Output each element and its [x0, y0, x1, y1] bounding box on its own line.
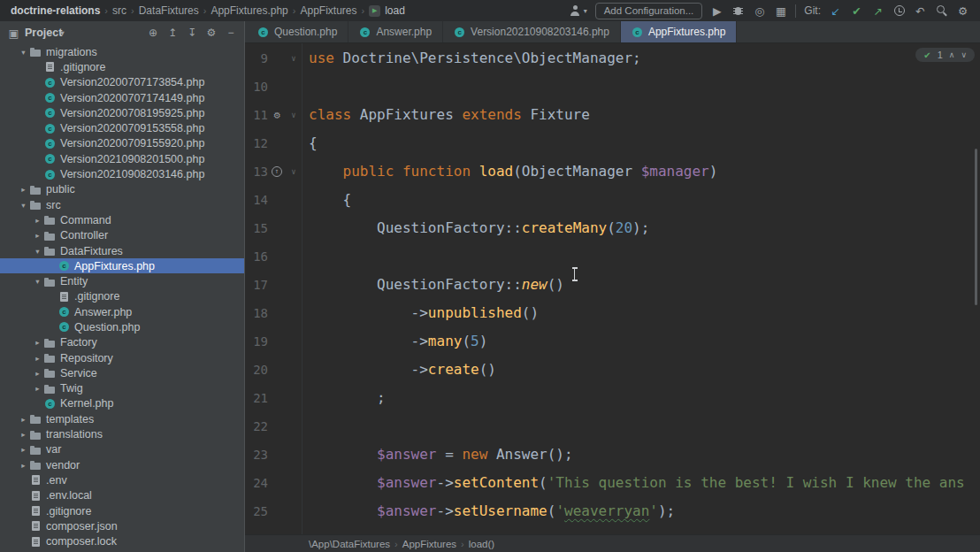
tree-item[interactable]: ▾Entity [0, 273, 244, 288]
code-line[interactable]: 23 $answer = new Answer(); [245, 441, 980, 469]
tree-item[interactable]: Version20200707174149.php [0, 90, 244, 105]
code-line[interactable]: 10 [245, 73, 980, 101]
line-number[interactable]: 19 [245, 327, 268, 356]
tree-item[interactable]: Version20210908203146.php [0, 166, 244, 181]
tree-item[interactable]: Version20200707173854.php [0, 75, 244, 90]
tree-item[interactable]: ▸Twig [0, 381, 244, 396]
tree-item[interactable]: .gitignore [0, 59, 244, 74]
breadcrumb-item[interactable]: DataFixtures [137, 4, 201, 17]
tree-item[interactable]: composer.lock [0, 534, 244, 549]
code-line[interactable]: 12{ [245, 129, 980, 157]
tree-chevron-icon[interactable]: ▾ [18, 201, 29, 210]
code-line[interactable]: 16 [245, 242, 980, 271]
class-settings-gutter-icon[interactable]: ⚙ [268, 101, 286, 129]
tree-item[interactable]: AppFixtures.php [0, 258, 244, 273]
code-line[interactable]: 22 [245, 412, 980, 441]
breadcrumb-item[interactable]: AppFixtures [298, 4, 358, 17]
tree-item[interactable]: ▸vendor [0, 457, 244, 472]
editor-tab[interactable]: Question.php [247, 21, 348, 42]
tree-item[interactable]: ▸Command [0, 212, 244, 227]
scrollbar-thumb[interactable] [975, 149, 977, 305]
line-number[interactable]: 23 [245, 441, 268, 469]
add-configuration-button[interactable]: Add Configuration... [595, 3, 703, 19]
tree-item[interactable]: ▸Service [0, 365, 244, 380]
editor-tab[interactable]: AppFixtures.php [621, 21, 737, 42]
line-number[interactable]: 18 [245, 299, 268, 327]
code-line[interactable]: 18 ->unpublished() [245, 299, 980, 327]
editor-tab[interactable]: Version20210908203146.php [443, 21, 621, 42]
breadcrumb-item[interactable]: AppFixtures.php [209, 4, 289, 17]
line-number[interactable]: 11 [245, 101, 268, 129]
run-icon[interactable]: ▶ [710, 4, 724, 18]
code-editor[interactable]: 9∨use Doctrine\Persistence\ObjectManager… [245, 43, 980, 534]
line-number[interactable]: 22 [245, 412, 268, 441]
tree-item[interactable]: .env.local [0, 488, 244, 503]
tree-chevron-icon[interactable]: ▸ [32, 369, 43, 378]
tree-item[interactable]: ▾migrations [0, 44, 244, 59]
project-view-selector[interactable]: Project ▾ [25, 27, 64, 39]
code-line[interactable]: 11⚙∨class AppFixtures extends Fixture [245, 101, 980, 129]
tree-chevron-icon[interactable]: ▾ [18, 48, 29, 57]
prev-problem-button[interactable]: ∧ [949, 50, 955, 59]
tree-item[interactable]: ▸templates [0, 411, 244, 426]
tree-chevron-icon[interactable]: ▸ [18, 445, 29, 454]
collapse-all-icon[interactable]: ↧ [186, 27, 198, 40]
run-configuration[interactable]: ▶load [369, 4, 405, 17]
locate-file-icon[interactable]: ⊕ [147, 27, 159, 40]
fold-marker[interactable]: ∨ [286, 157, 302, 186]
tree-item[interactable]: ▸var [0, 442, 244, 457]
breadcrumb-item[interactable]: src [111, 4, 128, 17]
history-clock-icon[interactable] [892, 4, 906, 18]
tree-chevron-icon[interactable]: ▸ [18, 415, 29, 424]
tree-chevron-icon[interactable]: ▾ [32, 247, 43, 256]
git-push-icon[interactable]: ↗ [871, 4, 884, 18]
line-number[interactable]: 14 [245, 186, 268, 214]
settings-gear-icon[interactable]: ⚙ [205, 27, 218, 40]
line-number[interactable]: 15 [245, 214, 268, 242]
tree-chevron-icon[interactable]: ▸ [18, 461, 29, 470]
tree-item[interactable]: Kernel.php [0, 396, 244, 411]
tree-item[interactable]: ▸translations [0, 426, 244, 441]
line-number[interactable]: 17 [245, 271, 268, 299]
tree-chevron-icon[interactable]: ▸ [32, 216, 43, 225]
code-line[interactable]: 20 ->create() [245, 356, 980, 384]
code-line[interactable]: 19 ->many(5) [245, 327, 980, 356]
line-number[interactable]: 16 [245, 242, 268, 271]
expand-icon[interactable]: ↥ [166, 27, 179, 40]
tree-item[interactable]: ▾src [0, 197, 244, 212]
code-line[interactable]: 14 { [245, 186, 980, 214]
line-number[interactable]: 13 [245, 157, 268, 186]
breadcrumb-item[interactable]: \App\DataFixtures [307, 539, 392, 549]
tree-chevron-icon[interactable]: ▸ [32, 354, 43, 363]
line-number[interactable]: 20 [245, 356, 268, 384]
tree-item[interactable]: composer.json [0, 518, 244, 533]
code-line[interactable]: 17 QuestionFactory::new() [245, 271, 980, 299]
tree-chevron-icon[interactable]: ▾ [32, 277, 43, 286]
line-number[interactable]: 9 [245, 44, 268, 73]
undo-icon[interactable]: ↶ [914, 4, 927, 18]
line-number[interactable]: 21 [245, 384, 268, 412]
tree-item[interactable]: ▾DataFixtures [0, 243, 244, 258]
tree-chevron-icon[interactable]: ▸ [32, 384, 43, 393]
code-line[interactable]: 9∨use Doctrine\Persistence\ObjectManager… [245, 44, 980, 73]
tree-item[interactable]: Question.php [0, 319, 244, 334]
coverage-icon[interactable]: ◎ [753, 4, 766, 18]
project-tool-window-icon[interactable]: ▣ [7, 27, 20, 40]
tree-item[interactable]: ▸Controller [0, 228, 244, 243]
user-icon[interactable] [569, 4, 582, 18]
implements-gutter-icon[interactable]: ↑ [268, 157, 286, 186]
tree-item[interactable]: .gitignore [0, 503, 244, 518]
tree-chevron-icon[interactable]: ▸ [32, 338, 43, 347]
editor-tab[interactable]: Answer.php [348, 21, 443, 42]
tree-item[interactable]: .env [0, 472, 244, 487]
tree-item[interactable]: Version20210908201500.php [0, 151, 244, 166]
git-update-icon[interactable]: ↙ [829, 4, 842, 18]
git-commit-icon[interactable]: ✔ [850, 4, 863, 18]
tree-item[interactable]: ▸Repository [0, 350, 244, 365]
tree-item[interactable]: Version20200708195925.php [0, 105, 244, 120]
hide-panel-icon[interactable]: − [225, 27, 237, 40]
line-number[interactable]: 24 [245, 469, 268, 497]
next-problem-button[interactable]: ∨ [961, 50, 967, 59]
fold-marker[interactable]: ∨ [286, 101, 302, 129]
tree-item[interactable]: ▸Factory [0, 335, 244, 350]
